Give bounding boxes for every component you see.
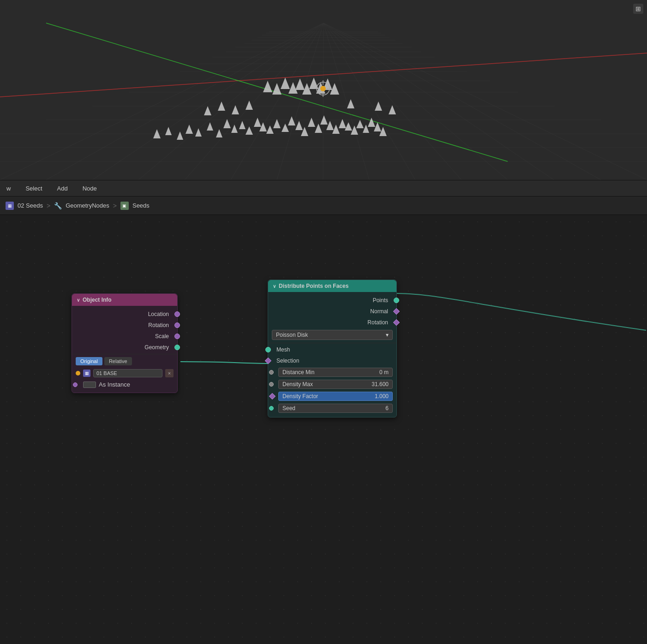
- breadcrumb-sep2: >: [113, 202, 117, 209]
- original-button[interactable]: Original: [76, 357, 102, 365]
- screen-layout-icon[interactable]: ⊞: [633, 4, 643, 14]
- distance-min-label: Distance Min: [282, 369, 314, 376]
- object-info-node: ∨ Object Info Location Rotation Scale Ge…: [72, 293, 178, 393]
- points-socket[interactable]: [394, 298, 399, 303]
- mesh-input-row: Mesh: [268, 344, 396, 355]
- density-factor-label: Density Factor: [282, 393, 318, 400]
- location-row: Location: [72, 309, 177, 320]
- distribute-header: ∨ Distribute Points on Faces: [268, 280, 396, 292]
- rotation-label: Rotation: [77, 322, 173, 328]
- selection-label: Selection: [273, 358, 392, 364]
- object-info-body: Location Rotation Scale Geometry Ori: [72, 306, 177, 393]
- selection-socket[interactable]: [265, 358, 271, 364]
- distribute-body: Points Normal Rotation Poisson Disk ▾: [268, 292, 396, 417]
- seed-row: Seed 6: [268, 402, 396, 414]
- rotation-out-label: Rotation: [273, 319, 392, 326]
- breadcrumb-mesh[interactable]: 02 Seeds: [18, 202, 43, 209]
- distance-min-value: 0 m: [379, 369, 389, 376]
- viewport-grid: [0, 0, 647, 180]
- points-label: Points: [273, 297, 392, 304]
- as-instance-row: As Instance: [72, 379, 177, 390]
- group-icon: ▣: [120, 202, 129, 210]
- object-info-title: Object Info: [83, 297, 112, 303]
- distribute-chevron[interactable]: ∨: [273, 284, 276, 289]
- seed-field[interactable]: Seed 6: [278, 404, 393, 413]
- toolbar-item-node[interactable]: Node: [80, 184, 100, 193]
- toolbar-item-select[interactable]: Select: [23, 184, 45, 193]
- distribution-dropdown[interactable]: Poisson Disk ▾: [272, 330, 393, 340]
- density-factor-socket[interactable]: [269, 393, 276, 400]
- scale-label: Scale: [77, 333, 173, 340]
- relative-button[interactable]: Relative: [104, 357, 132, 365]
- geometry-socket[interactable]: [174, 345, 180, 350]
- mesh-label: Mesh: [273, 346, 392, 353]
- density-max-value: 31.600: [371, 381, 389, 388]
- scale-row: Scale: [72, 331, 177, 342]
- toggle-row: Original Relative: [72, 355, 177, 367]
- rotation-output-row: Rotation: [268, 317, 396, 328]
- distribute-title: Distribute Points on Faces: [279, 283, 348, 289]
- density-factor-value: 1.000: [375, 393, 389, 400]
- density-max-socket[interactable]: [269, 382, 274, 387]
- geometry-label: Geometry: [77, 344, 173, 351]
- breadcrumb-sep1: >: [47, 202, 50, 209]
- distance-min-row: Distance Min 0 m: [268, 366, 396, 378]
- density-max-label: Density Max: [282, 381, 313, 388]
- toolbar-item-w[interactable]: w: [4, 184, 13, 193]
- density-max-field[interactable]: Density Max 31.600: [278, 380, 393, 389]
- density-factor-row: Density Factor 1.000: [268, 390, 396, 402]
- object-picker-row: ▦ 01 BASE ×: [72, 367, 177, 379]
- breadcrumb-geonodes[interactable]: GeometryNodes: [66, 202, 109, 209]
- object-dot: [76, 371, 80, 376]
- seed-socket[interactable]: [269, 406, 274, 411]
- dropdown-value: Poisson Disk: [276, 332, 308, 338]
- points-output-row: Points: [268, 295, 396, 306]
- rotation-row: Rotation: [72, 320, 177, 331]
- toolbar: w Select Add Node ⊞: [0, 180, 647, 197]
- object-icon: ▦: [83, 370, 90, 377]
- breadcrumb: ▦ 02 Seeds > 🔧 GeometryNodes > ▣ Seeds: [0, 197, 647, 215]
- svg-point-86: [320, 86, 326, 91]
- normal-socket[interactable]: [393, 308, 400, 315]
- object-info-chevron[interactable]: ∨: [77, 298, 80, 303]
- distance-min-field[interactable]: Distance Min 0 m: [278, 368, 393, 377]
- seed-label: Seed: [282, 405, 295, 411]
- scale-socket[interactable]: [174, 334, 180, 339]
- selection-input-row: Selection: [268, 355, 396, 366]
- seed-value: 6: [385, 405, 389, 411]
- viewport: [0, 0, 647, 180]
- object-info-header: ∨ Object Info: [72, 294, 177, 306]
- as-instance-socket[interactable]: [73, 382, 78, 387]
- distance-min-socket[interactable]: [269, 370, 274, 375]
- density-factor-field[interactable]: Density Factor 1.000: [278, 392, 393, 401]
- dropdown-arrow: ▾: [386, 332, 389, 338]
- normal-output-row: Normal: [268, 306, 396, 317]
- object-clear-button[interactable]: ×: [165, 369, 174, 377]
- dropdown-row: Poisson Disk ▾: [268, 328, 396, 342]
- as-instance-label: As Instance: [99, 381, 130, 388]
- rotation-out-socket[interactable]: [393, 319, 400, 326]
- density-max-row: Density Max 31.600: [268, 378, 396, 390]
- location-socket[interactable]: [174, 311, 180, 317]
- rotation-socket[interactable]: [174, 322, 180, 328]
- mesh-icon: ▦: [6, 202, 14, 210]
- breadcrumb-seeds[interactable]: Seeds: [132, 202, 150, 209]
- object-name-field[interactable]: 01 BASE: [93, 369, 162, 377]
- normal-label: Normal: [273, 308, 392, 315]
- distribute-points-node: ∨ Distribute Points on Faces Points Norm…: [268, 280, 397, 417]
- mesh-socket-left[interactable]: [265, 347, 271, 352]
- wrench-icon: 🔧: [54, 202, 62, 209]
- toolbar-item-add[interactable]: Add: [54, 184, 71, 193]
- geometry-row: Geometry: [72, 342, 177, 353]
- location-label: Location: [77, 311, 173, 317]
- as-instance-checkbox[interactable]: [83, 382, 96, 388]
- node-editor: ∨ Object Info Location Rotation Scale Ge…: [0, 215, 647, 644]
